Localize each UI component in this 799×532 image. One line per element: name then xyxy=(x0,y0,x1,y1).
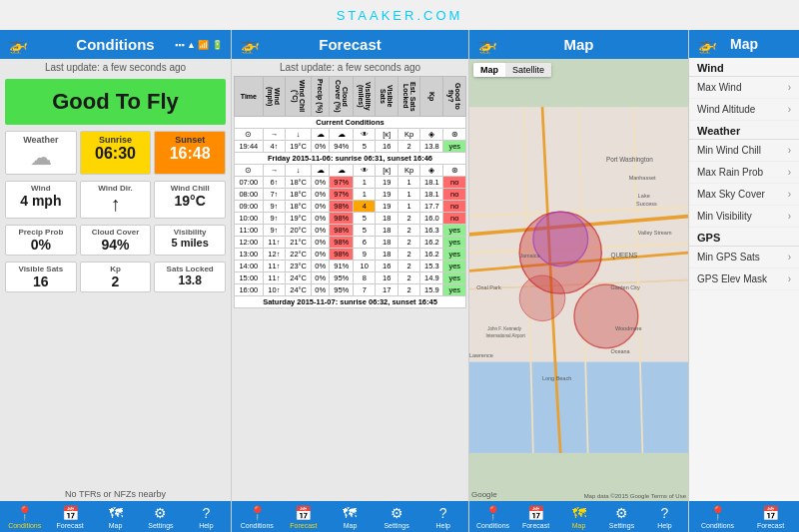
col-slocked: Est. Sats Locked xyxy=(398,77,419,117)
precip-value: 0% xyxy=(31,237,51,253)
precip-row: Precip Prob 0% Cloud Cover 94% Visibilit… xyxy=(5,225,226,256)
nav-f-map[interactable]: 🗺 Map xyxy=(327,505,374,529)
sidebar-item-min-wind-chill[interactable]: Min Wind Chill › xyxy=(689,140,799,162)
sidebar-item-gps-elev[interactable]: GPS Elev Mask › xyxy=(689,268,799,290)
conditions-title: Conditions xyxy=(76,36,154,53)
f-conditions-icon: 📍 xyxy=(249,505,266,521)
svg-text:Success: Success xyxy=(636,201,657,207)
svg-point-10 xyxy=(519,275,565,321)
svg-text:Lake: Lake xyxy=(638,193,650,199)
col-wind: Wind (mph) xyxy=(263,77,285,117)
nav-m-conditions[interactable]: 📍 Conditions xyxy=(471,505,514,529)
nav-m-forecast[interactable]: 📅 Forecast xyxy=(514,505,557,529)
good-to-fly-banner: Good To Fly xyxy=(5,79,226,125)
map-nav-icon: 🗺 xyxy=(109,505,123,521)
svg-text:Jamaica: Jamaica xyxy=(519,253,540,259)
sidebar-map-header: 🚁 Map xyxy=(689,30,799,58)
wind-value: 4 mph xyxy=(20,193,61,209)
sidebar-item-min-vis[interactable]: Min Visibility › xyxy=(689,206,799,228)
table-row: 09:009↑18°C0%98%419117.7no xyxy=(235,201,466,213)
google-label: Google xyxy=(471,490,497,499)
svg-text:Manhasset: Manhasset xyxy=(629,175,656,181)
conditions-bottom-nav: 📍 Conditions 📅 Forecast 🗺 Map ⚙ Settings… xyxy=(0,501,231,532)
map-header: 🚁 Map xyxy=(469,30,688,59)
cur-fly: yes xyxy=(443,141,466,153)
nav-m-settings[interactable]: ⚙ Settings xyxy=(600,505,643,529)
map-btn[interactable]: Map xyxy=(473,63,505,77)
sidebar-item-wind-altitude[interactable]: Wind Altitude › xyxy=(689,99,799,121)
map-svg: Port Washington Manhasset QUEENS Jamaica… xyxy=(469,59,688,501)
wind-chill-cell: Wind Chill 19°C xyxy=(154,181,226,219)
nav-settings[interactable]: ⚙ Settings xyxy=(138,505,183,529)
wind-dir-label: Wind Dir. xyxy=(98,184,133,193)
help-nav-icon: ? xyxy=(202,505,210,521)
cur-vsats: 16 xyxy=(376,141,398,153)
d1-icon-kp: ◈ xyxy=(420,165,443,177)
day2-header: Saturday 2015-11-07: sunrise 06:32, suns… xyxy=(235,296,466,308)
nav-m-help[interactable]: ? Help xyxy=(643,505,686,529)
icon-fly: ⊛ xyxy=(443,129,466,141)
nav-s-forecast[interactable]: 📅 Forecast xyxy=(744,505,797,529)
sidebar-item-max-rain[interactable]: Max Rain Prob › xyxy=(689,162,799,184)
max-sky-arrow: › xyxy=(788,189,791,200)
nav-conditions[interactable]: 📍 Conditions xyxy=(2,505,47,529)
svg-point-11 xyxy=(533,212,588,266)
max-rain-arrow: › xyxy=(788,167,791,178)
nav-f-settings[interactable]: ⚙ Settings xyxy=(374,505,420,529)
d1-icon-vis: 👁 xyxy=(354,165,376,177)
weather-label: Weather xyxy=(23,135,58,145)
nav-map[interactable]: 🗺 Map xyxy=(93,505,138,529)
table-row: 08:007↑18°C0%97%119118.1no xyxy=(235,189,466,201)
current-conditions-header: Current Conditions xyxy=(235,117,466,129)
sidebar-drone-icon: 🚁 xyxy=(697,35,717,54)
icon-time: ⊙ xyxy=(235,129,264,141)
nav-forecast[interactable]: 📅 Forecast xyxy=(47,505,92,529)
table-row: 11:009↑20°C0%98%518216.3yes xyxy=(235,225,466,237)
satellite-btn[interactable]: Satellite xyxy=(505,63,551,77)
map-area: Map Satellite xyxy=(469,59,688,501)
table-row: 16:0010↑24°C0%95%717215.9yes xyxy=(235,284,466,296)
svg-point-9 xyxy=(574,284,638,348)
nav-f-forecast[interactable]: 📅 Forecast xyxy=(281,505,328,529)
sidebar-item-max-sky[interactable]: Max Sky Cover › xyxy=(689,184,799,206)
watermark-text: STAAKER.COM xyxy=(337,8,463,23)
wind-section-title: Wind xyxy=(689,58,799,77)
svg-text:Valley Stream: Valley Stream xyxy=(638,230,672,236)
cur-chill: 19°C xyxy=(286,141,312,153)
sidebar-item-max-wind[interactable]: Max Wind › xyxy=(689,77,799,99)
m-conditions-icon: 📍 xyxy=(484,505,501,521)
col-kp: Kp xyxy=(420,77,443,117)
sidebar-bottom-nav: 📍 Conditions 📅 Forecast xyxy=(689,501,799,532)
col-time: Time xyxy=(235,77,264,117)
cur-kp: 13.8 xyxy=(420,141,443,153)
vis-sats-value: 16 xyxy=(33,273,49,289)
icon-cloud: ☁ xyxy=(330,129,354,141)
nav-m-map[interactable]: 🗺 Map xyxy=(557,505,600,529)
s-conditions-icon: 📍 xyxy=(709,505,726,521)
nav-f-help[interactable]: ? Help xyxy=(419,505,466,529)
visibility-label: Visibility xyxy=(174,228,207,237)
sunrise-cell: Sunrise 06:30 xyxy=(80,131,152,175)
nav-s-conditions[interactable]: 📍 Conditions xyxy=(691,505,744,529)
table-row: 10:009↑19°C0%98%518216.0no xyxy=(235,213,466,225)
watermark: STAAKER.COM xyxy=(0,8,799,23)
wind-chill-value: 19°C xyxy=(175,193,206,209)
sidebar-map-title: Map xyxy=(730,36,758,52)
sats-locked-cell: Sats Locked 13.8 xyxy=(154,262,226,292)
sidebar-item-min-gps[interactable]: Min GPS Sats › xyxy=(689,247,799,268)
wind-altitude-arrow: › xyxy=(788,104,791,115)
nav-help[interactable]: ? Help xyxy=(184,505,229,529)
visibility-value: 5 miles xyxy=(172,237,209,249)
vis-sats-label: Visible Sats xyxy=(18,265,63,273)
f-settings-icon: ⚙ xyxy=(391,505,403,521)
icon-vis: 👁 xyxy=(354,129,376,141)
wind-dir-cell: Wind Dir. ↑ xyxy=(80,181,152,219)
table-row: 15:0011↑24°C0%95%816214.9yes xyxy=(235,272,466,284)
cur-slocked: 2 xyxy=(398,141,419,153)
nav-f-conditions[interactable]: 📍 Conditions xyxy=(234,505,281,529)
col-fly: Good to fly? xyxy=(443,77,466,117)
d1-icon-cloud: ☁ xyxy=(330,165,354,177)
m-forecast-icon: 📅 xyxy=(527,505,544,521)
forecast-title: Forecast xyxy=(319,36,382,53)
wind-dir-value: ↑ xyxy=(111,193,121,216)
